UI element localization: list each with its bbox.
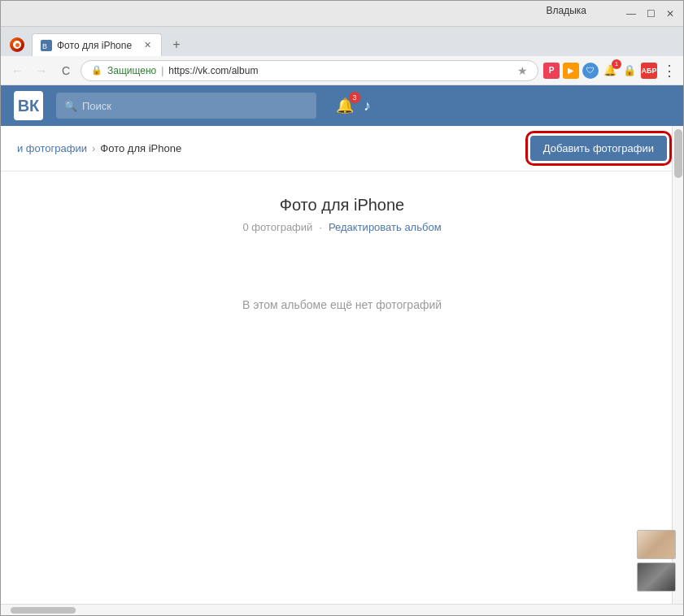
titlebar-controls: — ☐ ✕ [625, 7, 677, 20]
music-icon[interactable]: ♪ [364, 98, 371, 115]
vk-logo[interactable]: ВК [14, 91, 43, 120]
meta-separator: · [319, 221, 322, 233]
search-placeholder: Поиск [82, 100, 111, 112]
ext-icon-4[interactable]: 🔔 1 [602, 63, 618, 79]
breadcrumb-parent[interactable]: и фотографии [17, 142, 87, 154]
vk-header-icons: 🔔 3 ♪ [336, 97, 371, 115]
album-content: Фото для iPhone 0 фотографий · Редактиро… [1, 171, 683, 604]
vk-header: ВК 🔍 Поиск 🔔 3 ♪ [1, 85, 683, 126]
abp-ext-icon[interactable]: АБР [641, 63, 657, 79]
photo-count: 0 фотографий [242, 221, 312, 233]
forward-button[interactable]: → [32, 61, 51, 80]
album-title: Фото для iPhone [280, 196, 405, 215]
address-url: https://vk.com/album [168, 65, 509, 76]
edit-album-link[interactable]: Редактировать альбом [329, 221, 442, 233]
vk-favicon: В [41, 40, 52, 51]
titlebar-username: Владыка [547, 5, 587, 16]
vk-search-bar[interactable]: 🔍 Поиск [56, 93, 316, 119]
add-photos-button[interactable]: Добавить фотографии [530, 136, 667, 161]
refresh-button[interactable]: C [56, 61, 76, 80]
empty-album-message: В этом альбоме ещё нет фотографий [242, 298, 442, 311]
svg-text:В: В [42, 42, 47, 50]
browser-window: Владыка — ☐ ✕ В Фото для iPhone ✕ + ← [0, 0, 684, 616]
active-tab[interactable]: В Фото для iPhone ✕ [32, 33, 162, 56]
address-separator: | [161, 65, 163, 76]
h-scrollbar-thumb[interactable] [11, 607, 76, 614]
scrollbar-thumb[interactable] [674, 129, 682, 178]
extension-icons: P ▶ 🛡 🔔 1 🔒 АБР [543, 63, 657, 79]
breadcrumb: и фотографии › Фото для iPhone [17, 142, 181, 154]
bottom-thumbnails [637, 530, 676, 592]
thumbnail-2 [637, 562, 676, 592]
ext-icon-5[interactable]: 🔒 [621, 63, 638, 79]
breadcrumb-bar: и фотографии › Фото для iPhone Добавить … [1, 126, 683, 171]
secure-icon: 🔒 [91, 65, 102, 76]
pocket-ext-icon[interactable]: P [543, 63, 560, 79]
back-button[interactable]: ← [7, 61, 27, 80]
notification-badge: 3 [349, 92, 360, 103]
notifications-bell[interactable]: 🔔 3 [336, 97, 354, 115]
titlebar: Владыка — ☐ ✕ [1, 1, 683, 27]
close-button[interactable]: ✕ [664, 7, 677, 20]
secure-text: Защищено [107, 65, 156, 76]
album-meta: 0 фотографий · Редактировать альбом [242, 221, 441, 233]
address-bar: ← → C 🔒 Защищено | https://vk.com/album … [1, 56, 683, 85]
favicon-tab[interactable] [6, 33, 28, 56]
search-icon: 🔍 [64, 100, 77, 112]
tab-close-button[interactable]: ✕ [142, 40, 153, 51]
horizontal-scrollbar[interactable] [1, 604, 683, 615]
maximize-button[interactable]: ☐ [644, 7, 657, 20]
ext-icon-3[interactable]: 🛡 [582, 63, 599, 79]
tab-label: Фото для iPhone [57, 40, 137, 51]
bookmark-star-icon[interactable]: ★ [517, 64, 528, 77]
vk-content: и фотографии › Фото для iPhone Добавить … [1, 126, 683, 604]
thumbnail-1 [637, 530, 676, 559]
tabs-bar: В Фото для iPhone ✕ + [1, 27, 683, 56]
new-tab-button[interactable]: + [165, 33, 188, 56]
breadcrumb-separator: › [92, 142, 95, 154]
breadcrumb-current: Фото для iPhone [100, 142, 181, 154]
minimize-button[interactable]: — [625, 7, 638, 20]
ext-icon-2[interactable]: ▶ [563, 63, 579, 79]
browser-menu-button[interactable]: ⋮ [662, 62, 677, 80]
address-input[interactable]: 🔒 Защищено | https://vk.com/album ★ [81, 60, 538, 81]
